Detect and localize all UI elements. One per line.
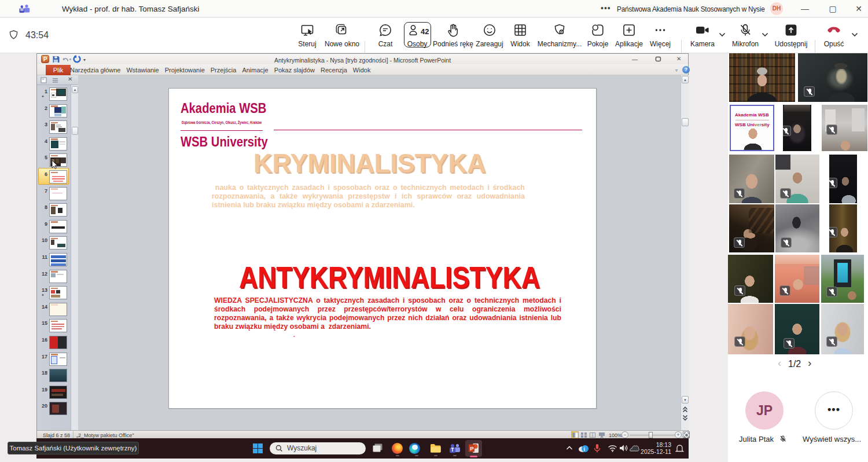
svg-text:P: P xyxy=(470,445,474,452)
svg-text:i: i xyxy=(584,446,586,452)
